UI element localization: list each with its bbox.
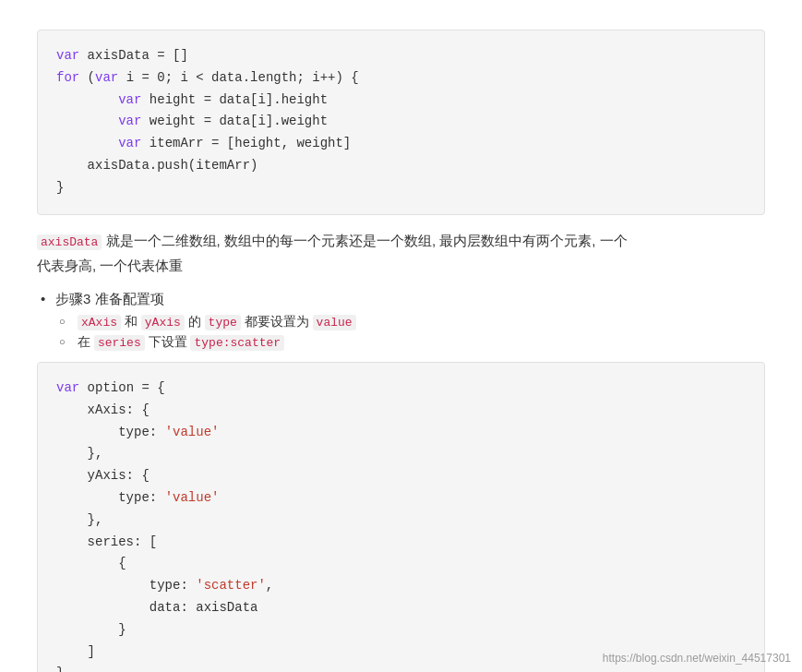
prose-1: axisData 就是一个二维数组, 数组中的每一个元素还是一个数组, 最内层数… [37,228,765,278]
code-block-2: var option = { xAxis: { type: 'value' },… [37,362,765,672]
sub-item-2: 在 series 下设置 type:scatter [78,334,765,351]
watermark: https://blog.csdn.net/weixin_44517301 [603,652,791,665]
step-item: 步骤3 准备配置项 xAxis 和 yAxis 的 type 都要设置为 val… [55,291,765,351]
sub-item-1: xAxis 和 yAxis 的 type 都要设置为 value [78,314,765,330]
code-block-1: var axisData = [] for (var i = 0; i < da… [37,30,765,215]
bullet-list: 步骤3 准备配置项 xAxis 和 yAxis 的 type 都要设置为 val… [37,291,765,351]
sub-list: xAxis 和 yAxis 的 type 都要设置为 value 在 serie… [55,314,765,351]
step-label: 步骤3 准备配置项 [55,291,164,306]
